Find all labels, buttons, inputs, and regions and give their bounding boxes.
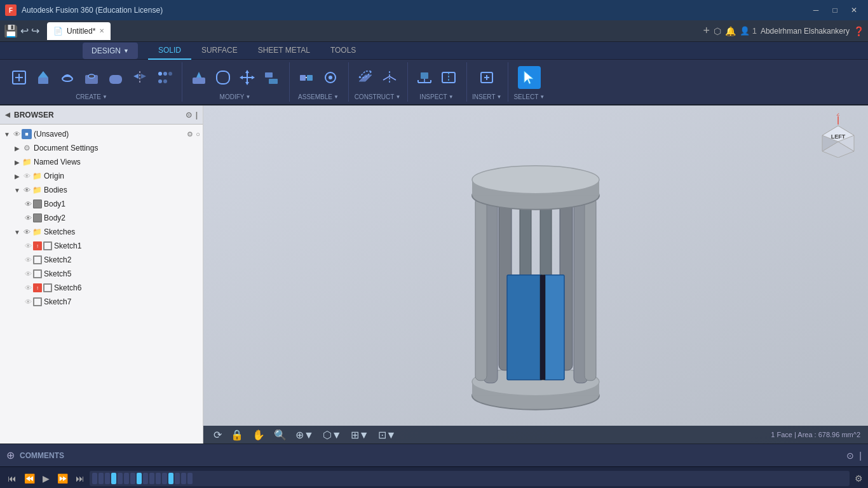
document-tab-untitled[interactable]: 📄 Untitled* ✕: [47, 22, 111, 40]
tree-item-body1[interactable]: 👁 Body1: [0, 197, 203, 211]
help-icon[interactable]: ❓: [853, 26, 864, 36]
timeline-marker-2[interactable]: [105, 473, 110, 484]
viewport[interactable]: LEFT Z ⟳ 🔒 ✋ 🔍 ⊕▼ ⬡▼ ⊞▼ ⊡▼ 1 Face | Area…: [203, 105, 868, 444]
timeline-marker-10[interactable]: [156, 473, 161, 484]
comments-add-icon[interactable]: ⊕: [6, 449, 15, 461]
timeline-marker-9[interactable]: [149, 473, 154, 484]
tree-item-sketch2[interactable]: 👁 Sketch2: [0, 253, 203, 267]
pattern-icon[interactable]: [153, 66, 175, 89]
tree-eye-sketch1[interactable]: 👁: [23, 241, 33, 251]
tree-item-origin[interactable]: ▶ 👁 📁 Origin: [0, 169, 203, 183]
new-tab-button[interactable]: +: [703, 24, 710, 37]
tree-eye-sketches[interactable]: 👁: [22, 227, 32, 237]
tree-item-bodies[interactable]: ▼ 👁 📁 Bodies: [0, 183, 203, 197]
maximize-button[interactable]: □: [826, 4, 844, 17]
section-analysis-icon[interactable]: [437, 66, 460, 89]
orbit-icon[interactable]: ⟳: [211, 428, 224, 442]
browser-pin-icon[interactable]: |: [196, 111, 198, 119]
timeline-first-frame[interactable]: ⏮: [5, 472, 19, 485]
pan-icon[interactable]: ✋: [250, 428, 268, 442]
redo-icon[interactable]: ↪: [31, 25, 39, 37]
hole-icon[interactable]: [80, 66, 103, 89]
timeline-next-frame[interactable]: ⏩: [55, 472, 71, 485]
zoom-icon[interactable]: 🔍: [271, 428, 289, 442]
tree-item-sketch1[interactable]: 👁 ! Sketch1: [0, 239, 203, 253]
construct-label[interactable]: CONSTRUCT ▼: [355, 92, 401, 102]
joint-icon[interactable]: [295, 66, 318, 89]
select-icon[interactable]: [518, 66, 541, 89]
tree-gear-unsaved[interactable]: ⚙: [187, 130, 193, 139]
timeline-last-frame[interactable]: ⏭: [73, 472, 87, 485]
timeline-prev-frame[interactable]: ⏪: [22, 472, 37, 485]
tree-item-doc-settings[interactable]: ▶ ⚙ Document Settings: [0, 141, 203, 155]
tree-eye-body2[interactable]: 👁: [23, 213, 33, 223]
display-icon[interactable]: ⊡▼: [376, 428, 399, 442]
comments-pin-icon[interactable]: |: [859, 451, 862, 461]
create-label[interactable]: CREATE ▼: [76, 92, 107, 102]
tree-arrow-doc-settings[interactable]: ▶: [13, 144, 22, 152]
mode-tab-solid[interactable]: SOLID: [148, 42, 191, 60]
notifications-icon[interactable]: 🔔: [725, 26, 736, 36]
offset-plane-icon[interactable]: [354, 66, 377, 89]
tree-eye-bodies[interactable]: 👁: [22, 185, 32, 195]
timeline-marker-4[interactable]: [118, 473, 123, 484]
tree-arrow-bodies[interactable]: ▼: [13, 186, 22, 194]
tree-item-sketch7[interactable]: 👁 Sketch7: [0, 295, 203, 309]
timeline-play[interactable]: ▶: [40, 472, 52, 485]
new-component-icon[interactable]: [8, 66, 31, 89]
close-button[interactable]: ✕: [845, 4, 863, 17]
mode-tab-surface[interactable]: SURFACE: [191, 42, 248, 60]
tree-eye-body1[interactable]: 👁: [23, 199, 33, 209]
timeline-marker-7[interactable]: [137, 473, 142, 484]
tree-arrow-named-views[interactable]: ▶: [13, 158, 22, 166]
inspect-label[interactable]: INSPECT ▼: [419, 92, 453, 102]
view-options-icon[interactable]: ⬡▼: [320, 428, 344, 442]
fillet-icon[interactable]: [104, 66, 127, 89]
timeline-marker-1[interactable]: [98, 473, 104, 484]
tree-item-named-views[interactable]: ▶ 📁 Named Views: [0, 155, 203, 169]
tree-circle-unsaved[interactable]: ○: [196, 130, 200, 138]
tree-item-sketches[interactable]: ▼ 👁 📁 Sketches: [0, 225, 203, 239]
timeline-marker-5[interactable]: [124, 473, 129, 484]
pan-lock-icon[interactable]: 🔒: [228, 428, 246, 442]
timeline-marker-15[interactable]: [187, 473, 193, 484]
view-cube[interactable]: LEFT Z: [816, 113, 860, 158]
insert-derive-icon[interactable]: [475, 66, 498, 89]
mode-tab-sheet-metal[interactable]: SHEET METAL: [248, 42, 320, 60]
timeline-marker-3[interactable]: [111, 473, 116, 484]
timeline-marker-11[interactable]: [162, 473, 167, 484]
save-icon[interactable]: 💾: [4, 24, 18, 38]
browser-options-icon[interactable]: ⊙: [186, 111, 192, 119]
tree-arrow-unsaved[interactable]: ▼: [3, 130, 11, 139]
grid-icon[interactable]: ⊞▼: [348, 428, 372, 442]
timeline-marker-0[interactable]: [92, 473, 97, 484]
tree-eye-sketch7[interactable]: 👁: [23, 297, 33, 307]
minimize-button[interactable]: ─: [807, 4, 825, 17]
extrude-icon[interactable]: [32, 66, 55, 89]
undo-icon[interactable]: ↩: [20, 25, 29, 37]
as-built-joint-icon[interactable]: [319, 66, 342, 89]
revolve-icon[interactable]: [56, 66, 79, 89]
timeline-marker-12[interactable]: [168, 473, 173, 484]
tree-eye-sketch5[interactable]: 👁: [23, 269, 33, 279]
browser-collapse-btn[interactable]: ◀: [5, 111, 10, 118]
select-label[interactable]: SELECT ▼: [513, 92, 545, 102]
measure-icon[interactable]: [413, 66, 436, 89]
extension-icon[interactable]: ⬡: [714, 26, 721, 36]
modify-label[interactable]: MODIFY ▼: [220, 92, 251, 102]
tree-eye-sketch2[interactable]: 👁: [23, 255, 33, 265]
assemble-label[interactable]: ASSEMBLE ▼: [298, 92, 339, 102]
comments-options-icon[interactable]: ⊙: [846, 451, 854, 461]
zoom-dropdown-icon[interactable]: ⊕▼: [293, 428, 316, 442]
tree-item-sketch5[interactable]: 👁 Sketch5: [0, 267, 203, 281]
mode-tab-tools[interactable]: TOOLS: [320, 42, 366, 60]
timeline-marker-8[interactable]: [143, 473, 148, 484]
design-button[interactable]: DESIGN ▼: [83, 43, 138, 59]
tree-eye-origin[interactable]: 👁: [22, 171, 32, 181]
timeline-marker-14[interactable]: [181, 473, 186, 484]
align-icon[interactable]: [260, 66, 283, 89]
tree-arrow-sketches[interactable]: ▼: [13, 227, 22, 236]
mirror-icon[interactable]: [128, 66, 151, 89]
tab-close-icon[interactable]: ✕: [99, 27, 104, 34]
insert-label[interactable]: INSERT ▼: [472, 92, 501, 102]
